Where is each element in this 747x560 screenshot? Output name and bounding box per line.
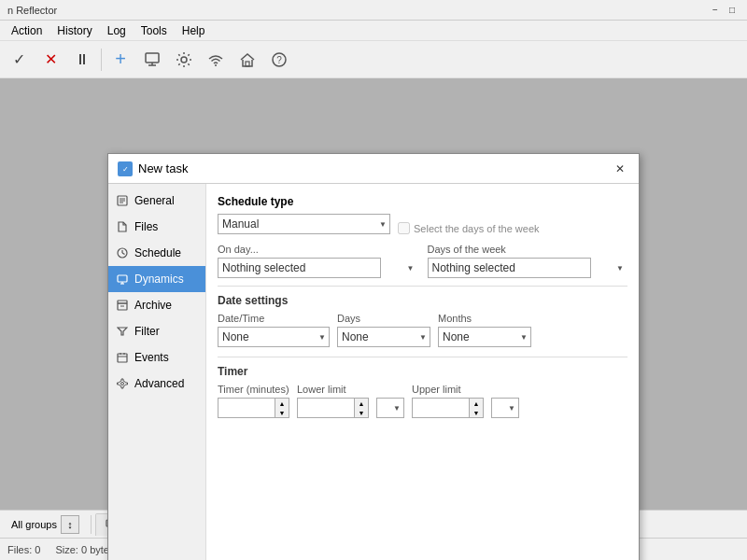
maximize-button[interactable]: □ [725,3,740,18]
timer-minutes-group: Timer (minutes) 0 ▲ ▼ [218,384,289,418]
date-settings-section: Date settings Date/Time None Days [218,294,627,347]
nav-dynamics[interactable]: Dynamics [108,266,205,292]
lower-limit-ampm-wrapper [376,398,404,418]
timer-minutes-input[interactable]: 0 [218,399,275,417]
svg-rect-17 [118,275,127,282]
svg-rect-0 [146,53,159,63]
schedule-type-wrapper: Manual [218,214,390,234]
months-select[interactable]: None [438,327,531,347]
date-time-select[interactable]: None [218,327,330,347]
on-day-group: On day... Nothing selected [218,244,418,278]
all-groups-sort-button[interactable]: ↕ [61,515,79,534]
lower-limit-ampm-select[interactable] [376,398,404,418]
date-time-group: Date/Time None [218,313,330,347]
pause-button[interactable]: ⏸ [67,45,97,75]
nav-advanced[interactable]: Advanced [108,371,205,397]
menu-bar: Action History Log Tools Help [0,21,747,41]
app-title: n Reflector [7,5,708,16]
upper-limit-input[interactable]: 23:59 [413,399,469,417]
days-of-week-select[interactable]: Nothing selected [428,258,591,278]
wifi-button[interactable] [201,45,231,75]
days-select[interactable]: None [337,327,430,347]
on-day-form-group: On day... Nothing selected [218,244,418,278]
menu-help[interactable]: Help [175,22,213,39]
events-icon [116,351,129,364]
nav-general-label: General [134,194,175,207]
months-label: Months [438,313,531,324]
menu-action[interactable]: Action [4,22,49,39]
days-label: Days [337,313,430,324]
dynamics-icon [116,273,129,286]
nav-filter[interactable]: Filter [108,318,205,344]
schedule-type-select[interactable]: Manual [218,214,390,234]
files-status: Files: 0 [7,544,40,555]
menu-tools[interactable]: Tools [134,22,175,39]
gear-button[interactable] [169,45,199,75]
days-of-week-checkbox[interactable] [398,222,410,234]
timer-minutes-label: Timer (minutes) [218,384,289,395]
date-settings-label: Date settings [218,294,627,307]
nav-filter-label: Filter [134,325,160,338]
months-wrapper: None [438,327,531,347]
window-controls: − □ [708,3,740,18]
upper-limit-spin-buttons: ▲ ▼ [469,399,483,417]
new-task-dialog: ✓ New task ✕ General Files [107,153,640,560]
on-day-select[interactable]: Nothing selected [218,258,381,278]
minimize-button[interactable]: − [708,3,723,18]
days-group: Days None [337,313,430,347]
upper-limit-down[interactable]: ▼ [470,408,483,417]
dialog-icon: ✓ [118,161,133,176]
monitor-button[interactable] [137,45,167,75]
schedule-icon [116,246,129,259]
delete-button[interactable]: ✕ [35,45,65,75]
svg-point-27 [121,383,124,385]
nav-files[interactable]: Files [108,214,205,240]
home-button[interactable] [233,45,262,75]
lower-limit-down[interactable]: ▼ [355,408,368,417]
lower-limit-input[interactable]: 00:00 [298,399,354,417]
nav-events[interactable]: Events [108,344,205,371]
svg-line-16 [122,253,125,255]
all-groups-label: All groups [11,519,57,530]
dialog-content: Schedule type Manual Select the days of … [206,184,639,560]
nav-general[interactable]: General [108,188,205,214]
days-of-week-select-wrapper: Nothing selected [428,258,628,278]
svg-text:?: ? [276,55,282,65]
timer-minutes-down[interactable]: ▼ [275,408,289,417]
menu-history[interactable]: History [49,22,99,39]
lower-limit-spin-buttons: ▲ ▼ [354,399,368,417]
nav-archive[interactable]: Archive [108,292,205,318]
dialog-nav: General Files Schedule [108,184,206,560]
upper-limit-up[interactable]: ▲ [470,399,483,408]
svg-point-3 [181,57,187,63]
timer-minutes-spinner: 0 ▲ ▼ [218,398,289,418]
lower-limit-up[interactable]: ▲ [355,399,368,408]
days-of-week-form-group: Days of the week Nothing selected [428,244,628,278]
divider-1 [218,286,627,287]
filter-icon [116,325,129,338]
nav-schedule[interactable]: Schedule [108,240,205,266]
size-status: Size: 0 bytes [55,544,114,555]
help-button[interactable]: ? [264,45,294,75]
upper-limit-ampm-select[interactable] [491,398,519,418]
dialog-close-button[interactable]: ✕ [611,160,629,178]
archive-icon [116,299,129,312]
timer-minutes-spin-buttons: ▲ ▼ [275,399,289,417]
check-button[interactable]: ✓ [4,45,34,75]
add-button[interactable]: + [106,45,135,75]
upper-limit-label: Upper limit [412,384,484,395]
date-time-label: Date/Time [218,313,330,324]
nav-schedule-label: Schedule [134,246,181,259]
svg-rect-23 [118,354,127,362]
menu-log[interactable]: Log [100,22,134,39]
nav-advanced-label: Advanced [134,377,184,390]
general-icon [116,194,129,207]
nav-dynamics-label: Dynamics [134,273,184,286]
timer-minutes-up[interactable]: ▲ [275,399,289,408]
svg-point-4 [215,64,217,66]
timer-label: Timer [218,365,627,378]
dialog-titlebar: ✓ New task ✕ [108,154,639,184]
upper-limit-spinner: 23:59 ▲ ▼ [412,398,484,418]
main-area: ✓ New task ✕ General Files [0,78,747,510]
days-of-week-checkbox-group: Select the days of the week [398,222,540,234]
